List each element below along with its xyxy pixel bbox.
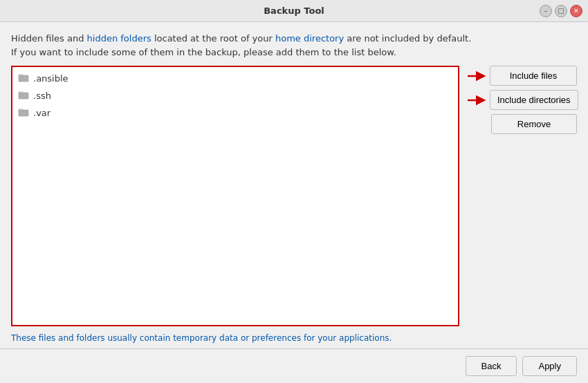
info-line1-highlight2: home directory (275, 33, 344, 44)
action-buttons-panel: Include files Include directories Re (466, 66, 577, 326)
app-window: Backup Tool – □ ✕ Hidden files and hidde… (0, 0, 588, 383)
include-directories-row: Include directories (466, 90, 577, 110)
file-list[interactable]: .ansible .ssh (11, 66, 459, 326)
window-title: Backup Tool (264, 6, 324, 16)
main-area: .ansible .ssh (11, 66, 577, 326)
svg-rect-5 (19, 109, 23, 111)
minimize-button[interactable]: – (540, 5, 552, 17)
svg-rect-1 (19, 75, 23, 77)
folder-icon (18, 72, 29, 85)
info-line1-part1: Hidden files and (11, 33, 87, 44)
arrow-include-files-icon (466, 66, 488, 86)
footer: Back Apply (0, 348, 588, 383)
minimize-icon: – (544, 7, 548, 15)
info-line1-part2: located at the root of your (151, 33, 275, 44)
back-button[interactable]: Back (466, 356, 517, 376)
info-line1-part3: are not included by default. (344, 33, 471, 44)
info-block: Hidden files and hidden folders located … (11, 32, 577, 59)
include-files-button[interactable]: Include files (490, 66, 577, 86)
folder-icon (18, 106, 29, 120)
maximize-icon: □ (558, 7, 564, 15)
svg-rect-3 (19, 92, 23, 94)
arrow-include-dirs-icon (466, 91, 488, 110)
file-name: .var (33, 108, 50, 118)
info-line1-highlight1: hidden folders (87, 33, 151, 44)
include-directories-button[interactable]: Include directories (490, 90, 578, 110)
bottom-note: These files and folders usually contain … (11, 326, 577, 348)
file-name: .ansible (33, 73, 68, 84)
folder-icon (18, 89, 29, 102)
maximize-button[interactable]: □ (555, 5, 567, 17)
list-item[interactable]: .var (12, 104, 458, 122)
apply-button[interactable]: Apply (522, 356, 577, 376)
close-icon: ✕ (573, 7, 579, 15)
titlebar: Backup Tool – □ ✕ (0, 0, 588, 22)
list-item[interactable]: .ansible (12, 70, 458, 87)
list-item[interactable]: .ssh (12, 87, 458, 104)
file-name: .ssh (33, 91, 51, 101)
remove-button[interactable]: Remove (491, 114, 577, 134)
main-content: Hidden files and hidden folders located … (0, 22, 588, 348)
info-line2: If you want to include some of them in t… (11, 47, 396, 57)
window-controls: – □ ✕ (540, 5, 582, 17)
include-files-row: Include files (466, 66, 577, 86)
close-button[interactable]: ✕ (570, 5, 582, 17)
